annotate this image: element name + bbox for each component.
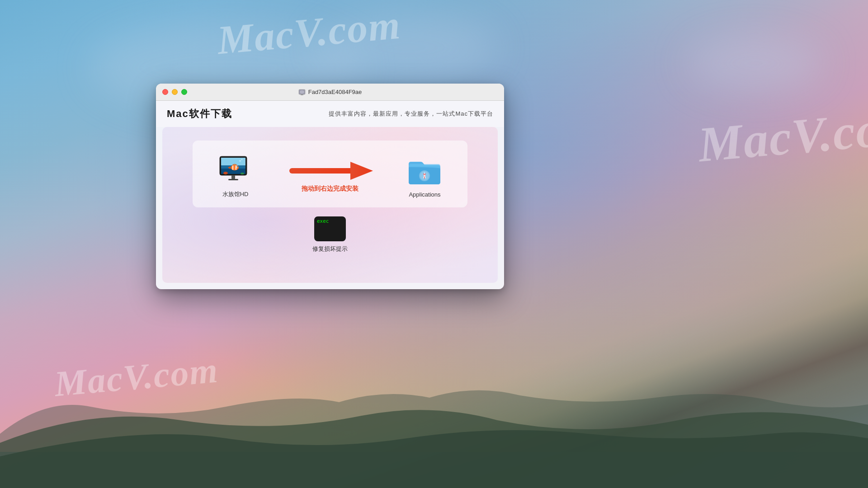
arrow-wrapper: 拖动到右边完成安装 <box>285 160 375 193</box>
exec-area: exec 修复损坏提示 <box>312 216 348 253</box>
applications-folder-icon[interactable] <box>406 155 443 187</box>
app-icon[interactable] <box>217 154 254 186</box>
install-inner: 水族馆HD <box>193 141 467 207</box>
svg-rect-22 <box>228 179 238 180</box>
dmg-icon <box>298 89 306 96</box>
exec-badge: exec <box>317 218 329 224</box>
window-content: Mac软件下载 提供丰富内容，最新应用，专业服务，一站式Mac下载平台 <box>156 101 504 289</box>
arrow-label: 拖动到右边完成安装 <box>302 185 359 193</box>
titlebar-title: Fad7d3aE4084F9ae <box>298 89 362 96</box>
svg-rect-14 <box>232 165 233 170</box>
app-icon-wrapper: 水族馆HD <box>217 154 254 198</box>
traffic-lights <box>162 89 187 95</box>
installer-window: Fad7d3aE4084F9ae Mac软件下载 提供丰富内容，最新应用，专业服… <box>156 84 504 289</box>
svg-rect-4 <box>301 94 303 95</box>
app-logo: Mac软件下载 <box>167 107 232 121</box>
svg-rect-8 <box>221 158 245 165</box>
titlebar: Fad7d3aE4084F9ae <box>156 84 504 101</box>
svg-rect-21 <box>231 175 235 179</box>
exec-label: 修复损坏提示 <box>312 245 348 253</box>
header-bar: Mac软件下载 提供丰富内容，最新应用，专业服务，一站式Mac下载平台 <box>156 101 504 127</box>
svg-marker-24 <box>350 162 373 180</box>
svg-rect-23 <box>289 168 355 174</box>
exec-icon[interactable]: exec <box>314 216 346 241</box>
svg-point-10 <box>223 172 228 174</box>
close-button[interactable] <box>162 89 168 95</box>
app-name-label: 水族馆HD <box>222 190 249 198</box>
install-area: 水族馆HD <box>162 127 498 283</box>
header-tagline: 提供丰富内容，最新应用，专业服务，一站式Mac下载平台 <box>329 110 493 118</box>
svg-point-11 <box>241 173 244 174</box>
applications-label: Applications <box>409 191 440 198</box>
svg-point-17 <box>236 166 237 167</box>
minimize-button[interactable] <box>172 89 178 95</box>
maximize-button[interactable] <box>181 89 187 95</box>
folder-icon-wrapper: Applications <box>406 155 443 198</box>
svg-point-3 <box>301 91 303 93</box>
svg-point-30 <box>424 175 425 177</box>
drag-arrow <box>285 160 375 182</box>
